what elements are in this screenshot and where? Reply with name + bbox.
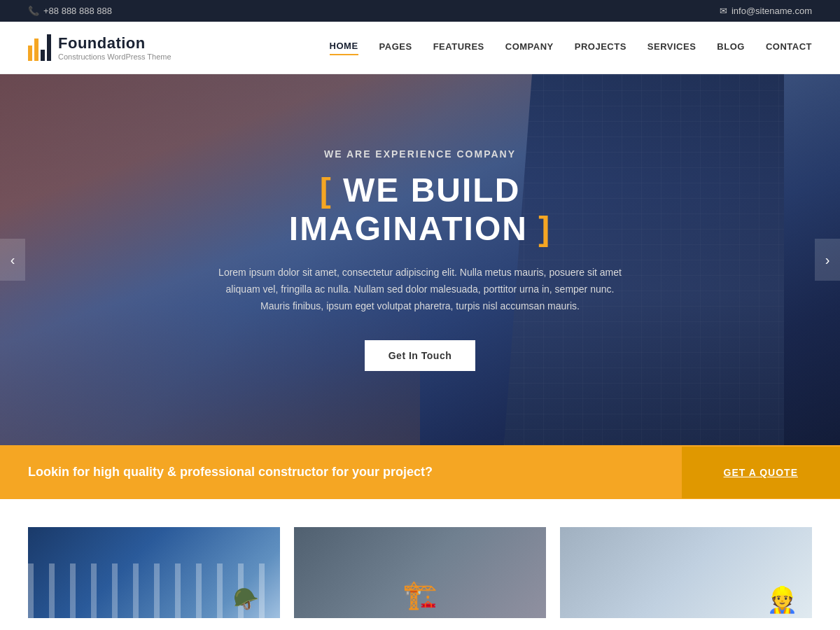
logo-text: Foundation Constructions WordPress Theme <box>58 34 172 61</box>
cards-section <box>0 499 840 618</box>
nav-services[interactable]: SERVICES <box>648 41 696 55</box>
top-bar: +88 888 888 888 info@sitename.com <box>0 0 840 22</box>
logo[interactable]: Foundation Constructions WordPress Theme <box>28 34 172 61</box>
card-construction-3 <box>560 527 812 618</box>
chevron-left-icon: ‹ <box>10 252 15 268</box>
card-construction-1 <box>28 527 280 618</box>
logo-name: Foundation <box>58 34 172 52</box>
main-nav: HOME PAGES FEATURES COMPANY PROJECTS SER… <box>330 41 812 55</box>
nav-home[interactable]: HOME <box>330 41 358 55</box>
phone-icon <box>28 6 39 16</box>
hero-description: Lorem ipsum dolor sit amet, consectetur … <box>217 265 623 314</box>
logo-tagline: Constructions WordPress Theme <box>58 52 172 61</box>
nav-blog[interactable]: BLOG <box>717 41 745 55</box>
nav-contact[interactable]: CONTACT <box>766 41 812 55</box>
hero-next-button[interactable]: › <box>815 239 840 281</box>
top-bar-email: info@sitename.com <box>720 6 812 16</box>
card-construction-2 <box>294 527 546 618</box>
email-icon <box>720 6 727 16</box>
phone-number: +88 888 888 888 <box>43 6 112 16</box>
hero-prev-button[interactable]: ‹ <box>0 239 25 281</box>
cta-right-panel: GET A QUOTE <box>682 447 840 498</box>
bracket-close: ] <box>528 210 551 247</box>
bracket-open: [ <box>320 172 343 209</box>
hero-subtitle: WE ARE EXPERIENCE COMPANY <box>217 148 623 160</box>
cta-text: Lookin for high quality & professional c… <box>28 465 433 479</box>
nav-projects[interactable]: PROJECTS <box>575 41 626 55</box>
logo-icon <box>28 34 51 61</box>
chevron-right-icon: › <box>825 252 830 268</box>
cta-banner: Lookin for high quality & professional c… <box>0 445 840 499</box>
hero-content: WE ARE EXPERIENCE COMPANY [ WE BUILD IMA… <box>203 148 637 370</box>
hero-cta-button[interactable]: Get In Touch <box>365 340 476 371</box>
email-address: info@sitename.com <box>732 6 812 16</box>
hero-section: ‹ WE ARE EXPERIENCE COMPANY [ WE BUILD I… <box>0 74 840 445</box>
get-quote-link[interactable]: GET A QUOTE <box>724 467 798 478</box>
nav-company[interactable]: COMPANY <box>505 41 554 55</box>
nav-pages[interactable]: PAGES <box>379 41 412 55</box>
top-bar-phone: +88 888 888 888 <box>28 6 112 16</box>
nav-features[interactable]: FEATURES <box>433 41 484 55</box>
site-header: Foundation Constructions WordPress Theme… <box>0 22 840 74</box>
hero-title: [ WE BUILD IMAGINATION ] <box>217 171 623 248</box>
